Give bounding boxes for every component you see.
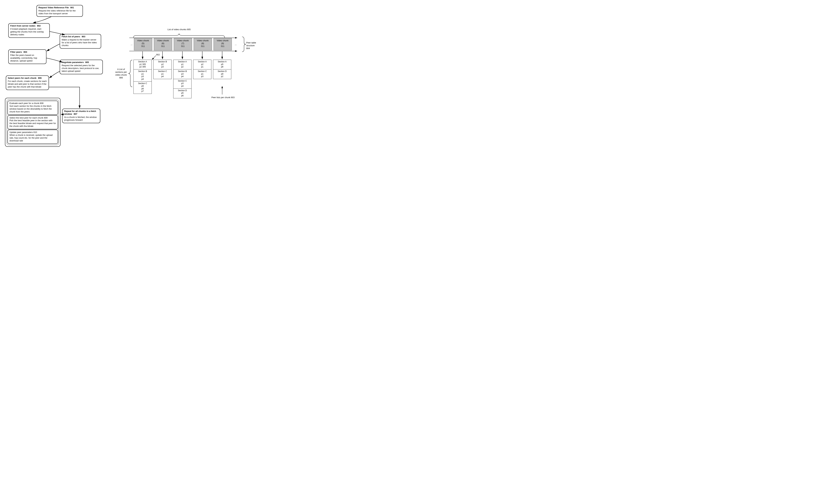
section-name: Section C: [134, 82, 151, 85]
chunk-ref: 311: [134, 45, 152, 48]
peer-entry: p2: [194, 63, 211, 66]
step-body: if instant playback required, start gett…: [10, 28, 48, 36]
step-title: Fetch list of peers: [62, 35, 80, 38]
peer-table-diagram: List of video chunks 905 ... Video chunk…: [118, 25, 244, 133]
peer-entry: p1: [194, 73, 211, 75]
video-chunk: Video chunk(9)311: [214, 38, 232, 50]
step-805: Negotiate parameters 805 Request the sel…: [60, 60, 103, 74]
section-name: Section B: [154, 61, 171, 63]
step-ref: 808: [40, 102, 44, 104]
peer-entry: p1: [174, 63, 191, 66]
step-807: Repeat for all chunks in a fetch window …: [62, 109, 100, 123]
peer-entry: p2: [214, 75, 231, 78]
step-body: When a chunk is received, update the upl…: [9, 134, 56, 142]
step-801: Request Video Reference File 801 Request…: [36, 5, 83, 17]
section-cell: Section Cp5p6p7: [134, 81, 152, 94]
chunk-name: Video chunk: [194, 39, 212, 42]
section-name: Section A: [214, 61, 231, 63]
step-title: Select the best peer for each chunk: [9, 116, 43, 119]
step-title: Fetch from server nodes: [10, 25, 35, 27]
ellipsis-left: ...: [129, 43, 134, 46]
peer-entry: p8: [214, 66, 231, 68]
peer-entry: p5: [214, 63, 231, 66]
peer-entry: p3: [154, 66, 171, 68]
step-ref: 807: [74, 113, 77, 115]
chunk-index: (7): [174, 42, 192, 45]
chunk-ref: 311: [194, 45, 212, 48]
section-name: Section C: [154, 70, 171, 73]
structure-label: Peer table structure 904: [246, 41, 256, 50]
section-name: Section B: [174, 70, 191, 73]
step-803: Fetch list of peers 803 Make a request t…: [60, 34, 101, 48]
peer-entry: p2: [174, 66, 191, 68]
loop-inner: Evaluate each peer for a chunk 808 Sort …: [7, 100, 59, 145]
chunk-index: (6): [154, 42, 172, 45]
peer-entry: p6: [134, 87, 151, 90]
chunk-index: (5): [134, 42, 152, 45]
peer-lists-label: Peer lists per chunk 903: [211, 96, 235, 99]
step-809: Select the best peer for each chunk 809 …: [7, 115, 58, 130]
section-column: Section Bp2p3Section Cp1p4: [153, 60, 172, 98]
peer-entry: p7: [134, 90, 151, 93]
chunk-name: Video chunk: [134, 39, 152, 42]
peer-entry: p1: [134, 73, 151, 75]
step-ref: 803: [82, 35, 85, 38]
step-body: As a chunk is fetched, the window progre…: [64, 116, 98, 121]
section-cell: Section Ap2p1: [193, 60, 211, 69]
section-name: Section D: [174, 89, 191, 92]
step-ref: 802: [37, 25, 41, 27]
video-chunk: Video chunk(7)311: [174, 38, 192, 50]
video-chunk: Video chunk(6)311: [154, 38, 172, 50]
step-title: Request Video Reference File: [38, 6, 69, 9]
step-ref: 806: [38, 77, 42, 79]
peer-entry: p9: [214, 73, 231, 75]
step-title: Filter peers: [10, 51, 22, 53]
step-body: Filter the peers based on availability, …: [10, 54, 44, 62]
step-body: Sort each section for the chunks in the …: [9, 105, 56, 113]
chunk-name: Video chunk: [174, 39, 192, 42]
peer-entry: p1 305: [134, 63, 151, 66]
step-ref: 801: [70, 6, 74, 9]
peer-entry: p6: [174, 95, 191, 97]
loop-container: Evaluate each peer for a chunk 808 Sort …: [5, 98, 61, 147]
section-cell: Section Bp1p3p4: [134, 69, 152, 82]
peer-entry: p1: [154, 73, 171, 75]
peer-entry: p2 305: [134, 66, 151, 68]
section-column: Section Ap1p2Section Bp3p4Section Cp3p4S…: [173, 60, 191, 98]
peer-entry: p5: [174, 92, 191, 95]
chunk-name: Video chunk: [214, 39, 231, 42]
section-name: Section A: [194, 61, 211, 63]
section-cell: Section Cp1p4: [153, 69, 172, 79]
section-cell: Section Bp3p4: [173, 69, 191, 79]
step-body: Request the video reference file for the…: [38, 9, 81, 15]
step-title: Select peers for each chunk: [8, 77, 36, 79]
step-808: Evaluate each peer for a chunk 808 Sort …: [7, 101, 58, 115]
section-name: Section C: [194, 70, 211, 73]
flowchart: Request Video Reference File 801 Request…: [5, 5, 104, 154]
step-802: Fetch from server nodes 802 if instant p…: [8, 23, 50, 38]
section-column: Section Ap1 305p2 305Section Bp1p3p4Sect…: [134, 60, 152, 98]
section-name: Section C: [174, 80, 191, 82]
section-column: Section Ap5p8Section Dp9p2: [213, 60, 231, 98]
chunk-ref: 311: [214, 45, 231, 48]
step-804: Filter peers 804 Filter the peers based …: [8, 49, 46, 64]
brace-left: [128, 59, 133, 87]
section-name: Section D: [214, 70, 231, 73]
section-name: Section A: [174, 61, 191, 63]
step-body: For each chunk, create sections for each…: [8, 80, 47, 88]
step-body: Make a request to the tracker server for…: [62, 38, 99, 47]
section-cell: Section Ap1p2: [173, 60, 191, 69]
step-body: Request the selected peers for the chunk…: [62, 64, 101, 73]
step-title: Negotiate parameters: [62, 61, 84, 64]
section-cell: Section Cp3p4: [173, 79, 191, 89]
step-ref: 804: [24, 51, 27, 53]
section-cell: Section Cp1p3: [193, 69, 211, 79]
video-chunk: Video chunk(8)311: [194, 38, 212, 50]
peer-entry: p4: [174, 75, 191, 78]
video-chunk: Video chunk(5)311: [134, 38, 152, 50]
callout-902: 902: [156, 53, 160, 56]
ellipsis-right: ...: [233, 43, 238, 46]
peer-entry: p1: [194, 66, 211, 68]
step-ref: 809: [44, 116, 47, 119]
step-806: Select peers for each chunk 806 For each…: [6, 75, 49, 90]
